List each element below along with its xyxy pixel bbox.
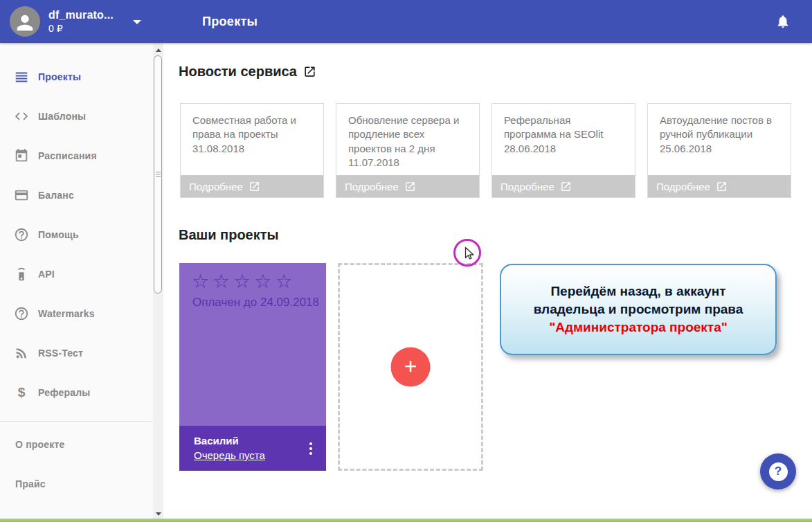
- sidebar-item-label: API: [38, 269, 55, 280]
- sidebar-item-help[interactable]: Помощь: [0, 215, 163, 254]
- triangle-up-icon: [156, 48, 161, 52]
- sidebar-nav: ПроектыШаблоныРасписанияБалансПомощьAPIW…: [0, 43, 163, 412]
- sidebar-item-label: Шаблоны: [38, 111, 86, 122]
- notifications-bell-icon[interactable]: [775, 14, 791, 29]
- callout-line-3: "Администратора проекта": [507, 318, 770, 336]
- sidebar-links: О проектеПрайсКонтакты: [0, 422, 163, 522]
- question-mark-icon: ?: [769, 462, 788, 481]
- news-heading-text: Новости сервиса: [179, 64, 297, 80]
- sidebar-item-projects[interactable]: Проекты: [0, 57, 163, 96]
- news-more-link[interactable]: Подробнее: [336, 175, 479, 197]
- cursor-arrow-icon: [461, 246, 478, 262]
- news-more-link[interactable]: Подробнее: [492, 175, 635, 197]
- project-name: Василий: [194, 435, 265, 447]
- user-account-menu[interactable]: df_murato... 0 ₽: [10, 6, 141, 37]
- reorder-icon: [14, 69, 32, 85]
- news-card-date: 31.08.2018: [192, 142, 314, 156]
- help-icon: [14, 305, 32, 322]
- news-more-label: Подробнее: [656, 181, 710, 192]
- user-name: df_murato...: [48, 9, 114, 21]
- sidebar-item-schedules[interactable]: Расписания: [0, 136, 163, 175]
- news-more-label: Подробнее: [345, 181, 399, 192]
- scroll-up-button[interactable]: [153, 44, 163, 55]
- credit-card-icon: [14, 187, 32, 204]
- sidebar-item-rss-test[interactable]: RSS-Тест: [0, 333, 163, 372]
- queue-status-link[interactable]: Очередь пуста: [194, 449, 265, 461]
- news-card-text: Обновление сервера и продление всех прое…: [336, 104, 479, 175]
- code-icon: [14, 108, 32, 125]
- news-card-title: Автоудаление постов в ручной публикации: [660, 114, 781, 142]
- external-link-icon: [716, 181, 728, 192]
- paid-until-label: Оплачен до 24.09.2018: [179, 294, 326, 309]
- news-card-date: 28.06.2018: [504, 142, 625, 156]
- sidebar-item-label: Расписания: [38, 150, 97, 161]
- sidebar-item-label: Рефералы: [38, 387, 90, 398]
- project-card-footer: Василий Очередь пуста: [179, 426, 326, 471]
- news-card-text: Совместная работа и права на проекты31.0…: [181, 104, 323, 175]
- project-info: Василий Очередь пуста: [194, 435, 265, 462]
- news-cards-row: Совместная работа и права на проекты31.0…: [180, 103, 791, 198]
- sidebar-item-watermarks[interactable]: Watermarks: [0, 294, 163, 333]
- external-link-icon: [249, 181, 260, 192]
- remote-icon: [14, 266, 32, 282]
- rss-icon: [14, 345, 32, 361]
- news-card: Реферальная программа на SEOlit28.06.201…: [491, 103, 635, 198]
- sidebar-item-api[interactable]: API: [0, 254, 163, 294]
- news-card-text: Реферальная программа на SEOlit28.06.201…: [492, 104, 635, 175]
- news-card: Автоудаление постов в ручной публикации2…: [647, 103, 791, 198]
- kebab-menu-icon[interactable]: [305, 438, 316, 459]
- app-root: df_murato... 0 ₽ Проекты ПроектыШаблоныР…: [0, 0, 812, 522]
- svg-text:$: $: [18, 385, 26, 399]
- person-icon: [13, 11, 37, 35]
- add-project-button[interactable]: +: [391, 348, 431, 387]
- user-meta: df_murato... 0 ₽: [48, 9, 114, 34]
- project-rating-stars[interactable]: ☆☆☆☆☆: [179, 263, 326, 294]
- sidebar-item-label: Проекты: [38, 71, 81, 82]
- sidebar-item-label: Баланс: [38, 190, 74, 201]
- news-more-link[interactable]: Подробнее: [648, 175, 791, 197]
- sidebar-item-label: Watermarks: [38, 308, 95, 319]
- callout-line-2: владельца и просмотрим права: [507, 300, 770, 318]
- news-card-title: Обновление сервера и продление всех прое…: [348, 114, 469, 156]
- tutorial-callout: Перейдём назад, в аккаунт владельца и пр…: [500, 264, 777, 355]
- callout-line-1: Перейдём назад, в аккаунт: [507, 282, 770, 300]
- sidebar-item-balance[interactable]: Баланс: [0, 175, 163, 215]
- tutorial-progress-bar: [0, 519, 812, 522]
- sidebar: ПроектыШаблоныРасписанияБалансПомощьAPIW…: [0, 43, 163, 522]
- mouse-cursor-highlight: [453, 239, 481, 267]
- news-card-title: Реферальная программа на SEOlit: [504, 114, 625, 142]
- user-balance: 0 ₽: [48, 23, 114, 34]
- top-header: df_murato... 0 ₽ Проекты: [0, 0, 812, 43]
- external-link-icon[interactable]: [303, 65, 316, 78]
- projects-heading-text: Ваши проекты: [179, 227, 279, 243]
- add-project-card[interactable]: +: [338, 263, 483, 471]
- news-card-title: Совместная работа и права на проекты: [192, 114, 314, 142]
- sidebar-link-pricing[interactable]: Прайс: [0, 464, 163, 503]
- news-card-date: 11.07.2018: [348, 156, 469, 170]
- page-title: Проекты: [202, 0, 258, 43]
- news-more-label: Подробнее: [189, 181, 243, 192]
- scroll-down-button[interactable]: [153, 508, 163, 519]
- help-icon: [14, 226, 32, 243]
- help-fab-button[interactable]: ?: [760, 453, 796, 489]
- sidebar-item-referrals[interactable]: $Рефералы: [0, 372, 163, 412]
- sidebar-link-about[interactable]: О проекте: [0, 424, 163, 464]
- external-link-icon: [404, 181, 416, 192]
- calendar-icon: [14, 147, 32, 164]
- main-content: Новости сервиса Совместная работа и прав…: [163, 43, 812, 522]
- triangle-down-icon: [156, 512, 161, 516]
- avatar: [10, 6, 40, 37]
- news-card-date: 25.06.2018: [660, 142, 781, 156]
- sidebar-item-templates[interactable]: Шаблоны: [0, 96, 163, 136]
- scrollbar-grip-icon: [156, 172, 161, 177]
- dollar-icon: $: [14, 384, 32, 401]
- sidebar-item-label: RSS-Тест: [38, 348, 83, 359]
- chevron-down-icon: [133, 20, 141, 24]
- project-card[interactable]: ☆☆☆☆☆ Оплачен до 24.09.2018 Василий Очер…: [179, 263, 326, 471]
- news-more-label: Подробнее: [500, 181, 554, 192]
- news-more-link[interactable]: Подробнее: [181, 175, 323, 197]
- news-card: Совместная работа и права на проекты31.0…: [180, 103, 324, 198]
- sidebar-scrollbar[interactable]: [153, 43, 163, 522]
- scrollbar-thumb[interactable]: [154, 55, 162, 294]
- sidebar-item-label: Помощь: [38, 229, 79, 240]
